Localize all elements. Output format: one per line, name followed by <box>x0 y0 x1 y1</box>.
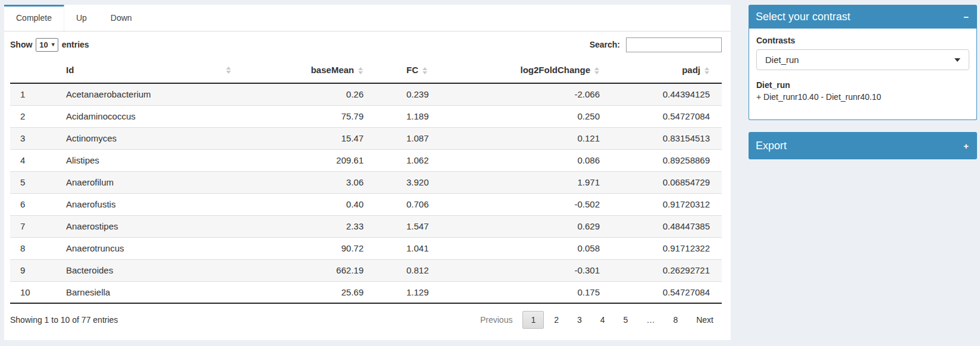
pagination-page[interactable]: 4 <box>592 311 613 329</box>
cell-log2foldchange: 1.971 <box>486 171 605 193</box>
pagination-page[interactable]: 2 <box>546 311 567 329</box>
chevron-down-icon <box>954 58 960 62</box>
header-padj-label: padj <box>682 65 700 75</box>
page-length-select[interactable]: 10 ▼ <box>36 38 58 52</box>
cell-rownum: 3 <box>10 127 58 149</box>
table-row[interactable]: 3Actinomyces15.471.0870.1210.83154513 <box>10 127 722 149</box>
header-basemean[interactable]: baseMean <box>236 57 367 83</box>
table-row[interactable]: 9Bacteroides662.190.812-0.3010.26292721 <box>10 259 722 281</box>
tab-bar: Complete Up Down <box>4 5 731 32</box>
export-box-header: Export + <box>749 132 977 159</box>
table-row[interactable]: 5Anaerofilum3.063.9201.9710.06854729 <box>10 171 722 193</box>
cell-log2foldchange: -0.301 <box>486 259 605 281</box>
pagination-ellipsis: … <box>638 311 663 329</box>
export-box-title: Export <box>756 140 787 152</box>
cell-rownum: 6 <box>10 193 58 215</box>
page-length-value: 10 <box>39 40 48 49</box>
cell-fc: 1.041 <box>367 237 486 259</box>
expand-plus-icon[interactable]: + <box>963 141 969 150</box>
contrast-box-title: Select your contrast <box>756 11 850 23</box>
contrast-box-body: Contrasts Diet_run Diet_run + Diet_runr1… <box>749 29 977 120</box>
pagination-previous[interactable]: Previous <box>472 311 521 329</box>
cell-padj: 0.54727084 <box>605 105 722 127</box>
cell-padj: 0.91720312 <box>605 193 722 215</box>
contrast-select[interactable]: Diet_run <box>756 49 969 70</box>
cell-fc: 3.920 <box>367 171 486 193</box>
cell-id: Anaerostipes <box>58 215 236 237</box>
cell-fc: 1.087 <box>367 127 486 149</box>
pagination-next[interactable]: Next <box>688 311 722 329</box>
table-wrapper: Id baseMean FC log2FoldChange padj <box>4 57 731 304</box>
cell-id: Barnesiella <box>58 281 236 303</box>
table-info: Showing 1 to 10 of 77 entries <box>10 315 118 325</box>
sort-both-icon <box>358 67 364 74</box>
table-row[interactable]: 1Acetanaerobacterium0.260.239-2.0660.443… <box>10 83 722 105</box>
cell-basemean: 0.26 <box>236 83 367 105</box>
header-padj[interactable]: padj <box>605 57 722 83</box>
contrast-formula: + Diet_runr10.40 - Diet_runr40.10 <box>756 92 969 102</box>
contrast-select-value: Diet_run <box>765 55 799 65</box>
tab-complete[interactable]: Complete <box>4 5 64 31</box>
header-fc-label: FC <box>406 65 418 75</box>
table-row[interactable]: 8Anaerotruncus90.721.0410.0580.91712322 <box>10 237 722 259</box>
cell-rownum: 10 <box>10 281 58 303</box>
contrast-box: Select your contrast − Contrasts Diet_ru… <box>749 5 977 120</box>
cell-basemean: 75.79 <box>236 105 367 127</box>
cell-padj: 0.83154513 <box>605 127 722 149</box>
cell-padj: 0.48447385 <box>605 215 722 237</box>
cell-log2foldchange: -0.502 <box>486 193 605 215</box>
cell-rownum: 8 <box>10 237 58 259</box>
results-panel: Complete Up Down Show 10 ▼ entries Searc… <box>4 5 731 340</box>
table-controls: Show 10 ▼ entries Search: <box>4 37 731 52</box>
cell-log2foldchange: -2.066 <box>486 83 605 105</box>
header-id[interactable]: Id <box>58 57 236 83</box>
cell-log2foldchange: 0.086 <box>486 149 605 171</box>
search-input[interactable] <box>626 37 722 52</box>
header-rownum <box>10 57 58 83</box>
sort-both-icon <box>226 67 231 74</box>
table-row[interactable]: 6Anaerofustis0.400.706-0.5020.91720312 <box>10 193 722 215</box>
header-log2foldchange[interactable]: log2FoldChange <box>486 57 605 83</box>
contrasts-label: Contrasts <box>756 36 969 45</box>
cell-rownum: 7 <box>10 215 58 237</box>
table-row[interactable]: 10Barnesiella25.691.1290.1750.54727084 <box>10 281 722 303</box>
cell-basemean: 15.47 <box>236 127 367 149</box>
pagination-page[interactable]: 8 <box>665 311 686 329</box>
table-row[interactable]: 2Acidaminococcus75.791.1890.2500.5472708… <box>10 105 722 127</box>
cell-padj: 0.44394125 <box>605 83 722 105</box>
cell-log2foldchange: 0.250 <box>486 105 605 127</box>
table-footer: Showing 1 to 10 of 77 entries Previous12… <box>4 311 731 329</box>
cell-log2foldchange: 0.629 <box>486 215 605 237</box>
cell-fc: 1.547 <box>367 215 486 237</box>
table-header-row: Id baseMean FC log2FoldChange padj <box>10 57 722 83</box>
header-id-label: Id <box>66 65 74 75</box>
cell-id: Acetanaerobacterium <box>58 83 236 105</box>
header-basemean-label: baseMean <box>311 65 354 75</box>
table-row[interactable]: 7Anaerostipes2.331.5470.6290.48447385 <box>10 215 722 237</box>
select-arrow-icon: ▼ <box>51 42 56 48</box>
table-row[interactable]: 4Alistipes209.611.0620.0860.89258869 <box>10 149 722 171</box>
sidebar-column: Select your contrast − Contrasts Diet_ru… <box>749 5 977 159</box>
cell-basemean: 25.69 <box>236 281 367 303</box>
cell-basemean: 209.61 <box>236 149 367 171</box>
contrast-box-header: Select your contrast − <box>749 5 977 29</box>
cell-basemean: 90.72 <box>236 237 367 259</box>
pagination-page[interactable]: 5 <box>615 311 637 329</box>
cell-id: Alistipes <box>58 149 236 171</box>
collapse-minus-icon[interactable]: − <box>963 12 969 21</box>
cell-id: Acidaminococcus <box>58 105 236 127</box>
cell-log2foldchange: 0.121 <box>486 127 605 149</box>
pagination-page[interactable]: 1 <box>522 311 544 329</box>
cell-log2foldchange: 0.058 <box>486 237 605 259</box>
cell-padj: 0.26292721 <box>605 259 722 281</box>
tab-down[interactable]: Down <box>99 5 144 31</box>
cell-fc: 0.812 <box>367 259 486 281</box>
header-fc[interactable]: FC <box>367 57 486 83</box>
cell-id: Anaerofustis <box>58 193 236 215</box>
cell-padj: 0.89258869 <box>605 149 722 171</box>
tab-up[interactable]: Up <box>64 5 99 31</box>
cell-fc: 0.239 <box>367 83 486 105</box>
sort-both-icon <box>594 67 600 74</box>
pagination-page[interactable]: 3 <box>569 311 590 329</box>
cell-fc: 1.189 <box>367 105 486 127</box>
